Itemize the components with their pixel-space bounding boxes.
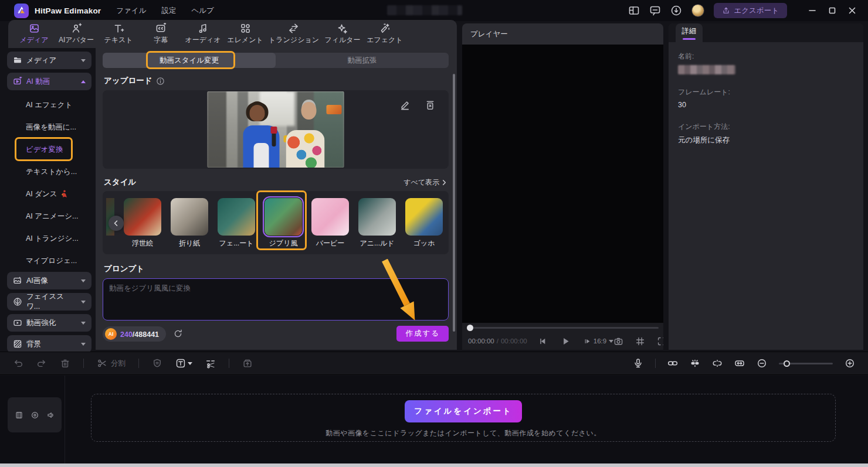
text-tool-icon [175, 358, 186, 369]
text-tool[interactable] [175, 358, 192, 369]
sidebar-group-ai-image[interactable]: AI画像 [7, 272, 91, 289]
tab-audio[interactable]: オーディオ [184, 21, 222, 47]
sidebar-group-enhance[interactable]: 動画強化 [7, 314, 91, 332]
sidebar-group-ai-video[interactable]: AI 動画 [7, 73, 91, 90]
tab-filter[interactable]: フィルター [324, 21, 361, 47]
fullscreen-icon[interactable] [657, 336, 663, 346]
delete-icon[interactable] [60, 358, 70, 369]
create-button[interactable]: 作成する [396, 326, 449, 342]
timeline-area: ファイルをインポート 動画や画像をここにドラッグまたはインポートして、動画作成を… [0, 376, 868, 463]
menu-settings[interactable]: 設定 [161, 6, 176, 16]
tab-ai-avatar[interactable]: AIアバター [57, 21, 95, 47]
aspect-ratio-control[interactable]: 16:9 [584, 338, 613, 345]
timeline-zoom-slider[interactable] [779, 363, 833, 364]
split-tool[interactable]: 分割 [97, 358, 126, 369]
seek-handle[interactable] [467, 325, 473, 331]
sidebar-group-background[interactable]: 背景 [7, 335, 91, 353]
next-frame-icon [584, 338, 591, 345]
delete-trash-icon[interactable] [425, 100, 436, 111]
link-clips-icon[interactable] [667, 358, 678, 369]
split-all-icon[interactable] [205, 358, 216, 369]
grid-icon[interactable] [635, 336, 645, 346]
zoom-out-icon[interactable] [757, 358, 767, 369]
sidebar-item-video-convert[interactable]: ビデオ変換 [7, 138, 91, 161]
style-item-barbie[interactable]: バービー [311, 198, 349, 254]
import-files-button[interactable]: ファイルをインポート [405, 400, 522, 422]
refresh-credits-icon[interactable] [173, 329, 183, 339]
zoom-in-icon[interactable] [845, 358, 855, 369]
prompt-input[interactable]: 動画をジブリ風風に変換 [103, 278, 449, 321]
menu-help[interactable]: ヘルプ [191, 6, 213, 16]
menu-file[interactable]: ファイル [116, 6, 146, 16]
style-item-ukiyoe[interactable]: 浮世絵 [124, 198, 161, 254]
play-icon[interactable] [561, 336, 571, 346]
sidebar-item-ai-animation[interactable]: AI アニメーシ... [7, 205, 91, 227]
framerate-value: 30 [678, 101, 854, 109]
track-mute-speaker-icon[interactable] [46, 411, 55, 420]
view-all-link[interactable]: すべて表示 [404, 178, 447, 188]
sidebar-item-my-projects[interactable]: マイプロジェ... [7, 250, 91, 272]
zoom-slider-handle[interactable] [784, 360, 790, 367]
seek-bar[interactable] [467, 327, 659, 329]
upload-area[interactable] [103, 90, 449, 169]
bottom-scrollbar[interactable] [0, 463, 868, 467]
tab-video-expand[interactable]: 動画拡張 [276, 53, 449, 68]
maximize-button[interactable] [822, 2, 842, 19]
undo-icon[interactable] [13, 358, 23, 369]
style-item-gogh[interactable]: ゴッホ [405, 198, 443, 254]
redo-icon[interactable] [36, 358, 47, 369]
sidebar-group-faceswap[interactable]: フェイススワ... [7, 293, 91, 311]
info-icon[interactable] [156, 77, 165, 86]
style-item-origami[interactable]: 折り紙 [171, 198, 208, 254]
user-avatar[interactable] [691, 4, 704, 17]
chevron-down-icon [81, 301, 86, 304]
snapshot-camera-icon[interactable] [613, 336, 623, 346]
previous-frame-icon[interactable] [538, 336, 548, 346]
track-type-film-icon[interactable] [15, 411, 23, 420]
export-button[interactable]: エクスポート [714, 3, 787, 18]
video-preview[interactable] [462, 45, 663, 323]
voiceover-mic-icon[interactable] [633, 358, 643, 369]
minimize-button[interactable] [802, 2, 822, 19]
sidebar-item-image-to-video[interactable]: 画像を動画に... [7, 116, 91, 138]
fit-timeline-icon[interactable] [734, 358, 745, 369]
feedback-icon[interactable] [649, 5, 661, 16]
layout-panels-icon[interactable] [628, 5, 640, 16]
content-scrollbar[interactable] [453, 74, 455, 332]
tab-subtitle[interactable]: 字幕 [142, 21, 179, 47]
track-visibility-eye-icon[interactable] [30, 411, 39, 420]
download-icon[interactable] [670, 5, 682, 16]
tab-video-style-change[interactable]: 動画スタイル変更 [103, 53, 276, 68]
snap-icon[interactable] [690, 358, 700, 369]
style-item-felt[interactable]: フェ...ート [218, 198, 255, 254]
media-dropzone[interactable]: ファイルをインポート 動画や画像をここにドラッグまたはインポートして、動画作成を… [91, 394, 836, 442]
sidebar-item-ai-transition[interactable]: AI トランジシ... [7, 227, 91, 250]
carousel-prev-button[interactable] [108, 216, 124, 231]
tab-details[interactable]: 詳細 [676, 23, 703, 42]
divider [655, 359, 656, 368]
chevron-up-icon [81, 80, 86, 83]
tab-transition[interactable]: トランジション [269, 21, 319, 47]
close-button[interactable] [842, 2, 862, 19]
unlink-clips-icon[interactable] [712, 358, 723, 369]
edit-pencil-icon[interactable] [399, 100, 411, 111]
tab-text[interactable]: テキスト [100, 21, 137, 47]
divider [138, 359, 139, 368]
mask-shield-icon[interactable] [152, 358, 162, 369]
sidebar-item-ai-dance[interactable]: AI ダンス [7, 183, 91, 205]
tab-effect[interactable]: エフェクト [366, 21, 404, 47]
style-item-ghibli[interactable]: ジブリ風 [265, 198, 302, 254]
effect-wand-icon [379, 23, 390, 34]
style-item-animal[interactable]: アニ...ルド [358, 198, 396, 254]
faceswap-icon [13, 297, 22, 306]
sidebar-group-media[interactable]: メディア [7, 52, 91, 69]
export-clip-icon[interactable] [242, 358, 253, 369]
tab-element[interactable]: エレメント [226, 21, 264, 47]
export-upload-icon [722, 6, 730, 15]
sidebar-item-text-to-video[interactable]: テキストから... [7, 161, 91, 183]
element-grid-icon [240, 23, 251, 34]
prompt-section-header: プロンプト [104, 264, 447, 274]
tab-media[interactable]: メディア [15, 21, 53, 47]
filter-sparkle-icon [337, 23, 348, 34]
sidebar-item-ai-effect[interactable]: AI エフェクト [7, 94, 91, 116]
